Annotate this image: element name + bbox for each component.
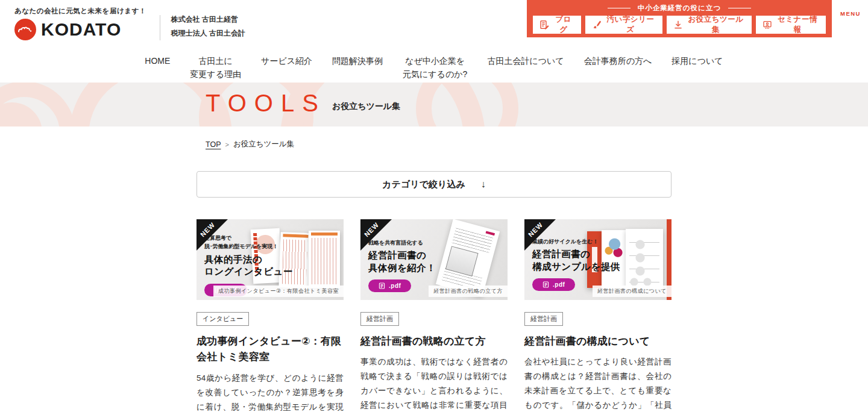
nav-item-accounting-firms[interactable]: 会計事務所の方へ (584, 54, 652, 67)
chevron-down-icon: ↓ (481, 179, 486, 190)
tool-card-interview[interactable]: NEW 逆算思考で 脱･労働集約型モデルを実現！ 具体的手法の ロングインタビュ… (197, 219, 344, 412)
tool-card-strategy[interactable]: NEW 戦略を共有言語化する 経営計画書の 具体例を紹介！ .pdf 経営計画書… (360, 219, 508, 412)
nav-item-recruit[interactable]: 採用について (671, 54, 723, 67)
pdf-label: .pdf (553, 281, 565, 288)
company-name-2: 税理士法人 古田土会計 (171, 27, 245, 40)
page-title: TOOLS (206, 91, 326, 115)
nav-item-services[interactable]: サービス紹介 (261, 54, 312, 67)
category-tag: インタビュー (197, 312, 249, 326)
card-body: 経営計画 経営計画書の戦略の立て方 事業の成功は、戦術ではなく経営者の戦略で決ま… (360, 300, 508, 412)
menu-label: MENU (840, 10, 861, 17)
nav-item-case-studies[interactable]: 問題解決事例 (332, 54, 383, 67)
thumbnail-caption: 経営計画書の構成について (593, 286, 671, 297)
promo-title: 中小企業経営の役に立つ (638, 4, 721, 13)
kitanaji-series-button[interactable]: 汚い字シリーズ (585, 16, 663, 34)
nav-item-reasons[interactable]: 古田土に 変更する理由 (190, 54, 241, 81)
card-body: 経営計画 経営計画書の構成について 会社や社員にとってより良い経営計画書の構成と… (524, 300, 671, 412)
logo-wordmark: KODATO (41, 19, 121, 40)
brand-left: あなたの会社に元気と未来を届けます！ KODATO (14, 7, 146, 40)
page: あなたの会社に元気と未来を届けます！ KODATO 株式会社 古田土経営 税理士… (0, 0, 868, 412)
card-description: 会社や社員にとってより良い経営計画書の構成とは？経営計画書は、会社の未来計画を立… (524, 355, 671, 412)
main-navigation: HOME 古田土に 変更する理由 サービス紹介 問題解決事例 なぜ中小企業を 元… (0, 48, 868, 83)
blog-button-label: ブログ (553, 14, 574, 35)
card-description: 54歳から経営を学び、どのように経営を改善していったのか？逆算思考を身に着け、脱… (197, 371, 344, 412)
thumbnail-caption: 経営計画書の戦略の立て方 (429, 286, 508, 297)
category-filter-label: カテゴリで絞り込み (382, 179, 465, 190)
blog-icon (539, 20, 549, 30)
card-description: 事業の成功は、戦術ではなく経営者の戦略で決まる「戦略の誤りは戦術ではカバーできな… (360, 355, 508, 412)
pdf-label: .pdf (389, 282, 401, 289)
thumbnail-headline: 経営計画書の 具体例を紹介！ (368, 249, 436, 274)
thumbnail-headline: 経営計画書の 構成サンプルを提供 (532, 248, 620, 273)
nav-item-home[interactable]: HOME (145, 54, 170, 67)
tool-card-structure[interactable]: NEW 業績の好サイクルを生む！ 経営計画書の 構成サンプルを提供 .pdf (524, 219, 671, 412)
card-title: 成功事例インタビュー②：有限会社トミ美容室 (197, 334, 344, 366)
nav-item-about[interactable]: 古田土会計について (487, 54, 564, 67)
promo-title-row: 中小企業経営の役に立つ (527, 4, 832, 13)
category-tag: 経営計画 (524, 312, 563, 326)
brand-divider (160, 15, 160, 40)
kitanaji-series-label: 汚い字シリーズ (605, 14, 656, 35)
tools-button[interactable]: お役立ちツール集 (667, 16, 752, 34)
breadcrumb-current: お役立ちツール集 (233, 139, 294, 149)
thumbnail-caption: 成功事例インタビュー②：有限会社トミ美容室 (213, 286, 344, 297)
pdf-badge: .pdf (532, 278, 575, 291)
banner-content: TOOLS お役立ちツール集 (197, 83, 671, 115)
pdf-badge: .pdf (368, 279, 411, 292)
breadcrumb-top-link[interactable]: TOP (206, 140, 221, 149)
tools-button-label: お役立ちツール集 (687, 14, 745, 35)
card-body: インタビュー 成功事例インタビュー②：有限会社トミ美容室 54歳から経営を学び、… (197, 300, 344, 412)
card-thumbnail: NEW 戦略を共有言語化する 経営計画書の 具体例を紹介！ .pdf 経営計画書… (360, 219, 508, 300)
nav-item-why-sme[interactable]: なぜ中小企業を 元気にするのか? (403, 54, 467, 81)
blog-button[interactable]: ブログ (533, 16, 581, 34)
promo-line-right (728, 8, 751, 8)
breadcrumb: TOP > お役立ちツール集 (197, 139, 671, 149)
thumbnail-headline: 具体的手法の ロングインタビュー (204, 254, 293, 278)
page-subtitle: お役立ちツール集 (332, 101, 400, 115)
company-names: 株式会社 古田土経営 税理士法人 古田土会計 (171, 13, 245, 41)
card-thumbnail: NEW 逆算思考で 脱･労働集約型モデルを実現！ 具体的手法の ロングインタビュ… (197, 219, 344, 300)
promo-buttons: ブログ 汚い字シリーズ (527, 16, 832, 34)
site-header: あなたの会社に元気と未来を届けます！ KODATO 株式会社 古田土経営 税理士… (0, 0, 868, 48)
category-filter-button[interactable]: カテゴリで絞り込み ↓ (197, 171, 671, 198)
brand-block: あなたの会社に元気と未来を届けます！ KODATO 株式会社 古田土経営 税理士… (14, 7, 245, 41)
breadcrumb-separator: > (225, 141, 228, 148)
card-title: 経営計画書の戦略の立て方 (360, 334, 508, 349)
card-thumbnail: NEW 業績の好サイクルを生む！ 経営計画書の 構成サンプルを提供 .pdf (524, 219, 671, 300)
seminar-icon (763, 20, 772, 30)
pen-icon (592, 20, 602, 30)
tools-card-grid: NEW 逆算思考で 脱･労働集約型モデルを実現！ 具体的手法の ロングインタビュ… (197, 219, 671, 412)
page-hero-banner: TOOLS お役立ちツール集 (0, 83, 868, 126)
logo-link[interactable]: KODATO (14, 19, 146, 40)
document-icon (542, 281, 549, 288)
download-icon (673, 20, 683, 30)
hamburger-menu-button[interactable]: MENU (840, 10, 861, 17)
seminar-button-label: セミナー情報 (776, 14, 819, 35)
category-tag: 経営計画 (360, 312, 399, 326)
document-icon (379, 282, 385, 289)
promo-line-left (608, 8, 631, 8)
card-title: 経営計画書の構成について (524, 334, 671, 349)
company-name-1: 株式会社 古田土経営 (171, 13, 245, 27)
kodato-logo-icon (14, 19, 36, 40)
site-tagline: あなたの会社に元気と未来を届けます！ (14, 7, 146, 16)
promo-panel: 中小企業経営の役に立つ ブログ (527, 0, 832, 37)
seminar-button[interactable]: セミナー情報 (756, 16, 826, 34)
